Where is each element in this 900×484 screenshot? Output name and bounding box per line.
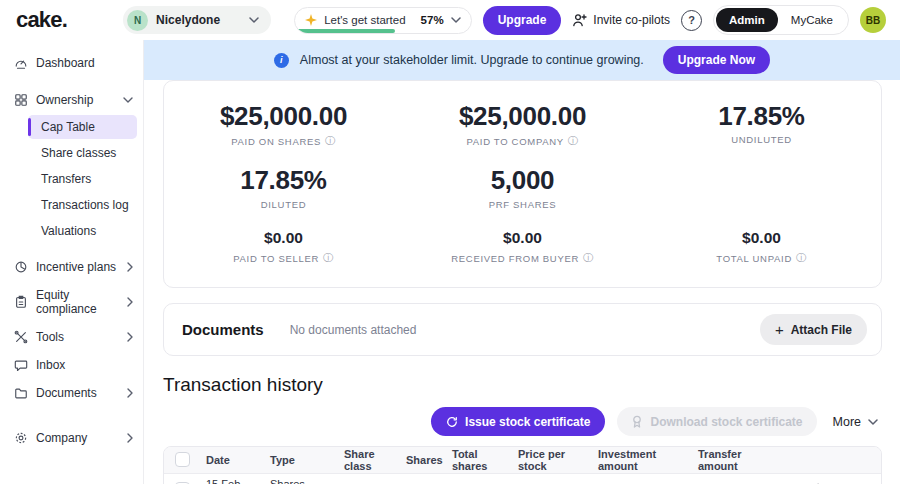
invite-copilots-button[interactable]: Invite co-pilots	[572, 13, 670, 27]
select-all-checkbox[interactable]	[175, 452, 190, 467]
sidebar-item-tools[interactable]: Tools	[0, 324, 143, 350]
upgrade-button[interactable]: Upgrade	[483, 6, 562, 35]
col-header-type: Type	[262, 447, 336, 473]
info-icon[interactable]: ⓘ	[796, 251, 807, 265]
col-header-date: Date	[198, 447, 262, 473]
admin-mycake-toggle: Admin MyCake	[713, 5, 849, 35]
upgrade-now-button[interactable]: Upgrade Now	[663, 46, 770, 74]
folder-icon	[14, 386, 28, 400]
sidebar-item-valuations[interactable]: Valuations	[28, 219, 137, 243]
sidebar-item-cap-table[interactable]: Cap Table	[28, 115, 137, 139]
sidebar-item-label: Incentive plans	[36, 260, 119, 274]
col-header-share-class: Share class	[336, 447, 398, 473]
progress-percent: 57%	[421, 14, 444, 26]
clipboard-icon	[14, 295, 28, 309]
help-icon[interactable]: ?	[681, 10, 702, 31]
chevron-right-icon	[127, 297, 133, 307]
cell-shares: 5,000	[398, 473, 444, 484]
info-icon[interactable]: ⓘ	[323, 251, 334, 265]
stat-label: PRF SHARES	[489, 199, 557, 210]
sidebar-item-inbox[interactable]: Inbox	[0, 352, 143, 378]
cell-total-shares: 5,000	[444, 473, 510, 484]
issue-stock-certificate-button[interactable]: Issue stock certificate	[431, 407, 605, 436]
toggle-mycake[interactable]: MyCake	[778, 8, 846, 32]
pie-chart-icon	[14, 260, 28, 274]
sidebar-item-dashboard[interactable]: Dashboard	[0, 50, 143, 76]
onboarding-progress[interactable]: Let's get started 57%	[294, 7, 472, 34]
sparkle-icon	[305, 14, 317, 26]
stat-label: PAID TO COMPANY	[466, 136, 563, 147]
chevron-right-icon	[127, 433, 133, 443]
stat-value: 5,000	[403, 167, 642, 194]
cell-date: 15 Feb 2024	[198, 473, 262, 484]
stat-paid-to-company: $25,000.00 PAID TO COMPANYⓘ	[403, 94, 642, 158]
chevron-down-icon	[868, 419, 878, 425]
cake-logo: cake.	[16, 7, 67, 33]
cell-type: Shares issued	[262, 473, 336, 484]
toggle-admin[interactable]: Admin	[716, 8, 778, 32]
sidebar: Dashboard Ownership Cap Table Share clas…	[0, 40, 144, 484]
chevron-right-icon	[127, 332, 133, 342]
sidebar-item-transfers[interactable]: Transfers	[28, 167, 137, 191]
rotate-icon	[446, 416, 458, 428]
stat-value: $25,000.00	[403, 103, 642, 130]
sidebar-item-label: Tools	[36, 330, 119, 344]
stat-label: PAID ON SHARES	[231, 136, 321, 147]
issue-label: Issue stock certificate	[465, 415, 590, 429]
person-plus-icon	[572, 13, 587, 27]
top-bar: cake. N Nicelydone Let's get started 57%…	[0, 0, 900, 40]
invite-label: Invite co-pilots	[593, 13, 670, 27]
sidebar-item-incentive-plans[interactable]: Incentive plans	[0, 254, 143, 280]
ownership-icon	[14, 93, 28, 107]
documents-title: Documents	[182, 321, 264, 338]
company-avatar: N	[127, 10, 148, 31]
stat-total-unpaid: $0.00 TOTAL UNPAIDⓘ	[642, 220, 881, 276]
documents-empty-text: No documents attached	[290, 323, 417, 337]
download-stock-certificate-button[interactable]: Download stock certificate	[617, 407, 816, 436]
transaction-table: Date Type Share class Shares Total share…	[163, 446, 882, 484]
stat-value: $25,000.00	[164, 103, 403, 130]
cell-price-per-stock: $5.00	[510, 473, 590, 484]
sidebar-item-label: Inbox	[36, 358, 133, 372]
chevron-down-icon	[123, 97, 133, 103]
transaction-history-title: Transaction history	[163, 374, 882, 396]
sidebar-item-transactions-log[interactable]: Transactions log	[28, 193, 137, 217]
stat-label: RECEIVED FROM BUYER	[451, 253, 579, 264]
info-icon[interactable]: ⓘ	[583, 251, 594, 265]
user-avatar[interactable]: BB	[860, 7, 886, 33]
stakeholder-limit-banner: i Almost at your stakeholder limit. Upgr…	[144, 40, 900, 80]
sidebar-item-label: Equity compliance	[36, 288, 119, 316]
stat-label: PAID TO SELLER	[233, 253, 319, 264]
progress-bar-fill	[295, 29, 395, 33]
plus-icon: +	[775, 321, 784, 338]
cell-transfer-amount: -	[690, 473, 778, 484]
attach-file-button[interactable]: + Attach File	[760, 314, 867, 345]
gear-icon	[14, 431, 28, 445]
col-header-transfer-amount: Transfer amount	[690, 447, 778, 473]
stat-empty	[642, 158, 881, 219]
stat-prf-shares: 5,000 PRF SHARES	[403, 158, 642, 219]
stat-value: 17.85%	[164, 167, 403, 194]
sidebar-item-documents[interactable]: Documents	[0, 380, 143, 406]
info-icon[interactable]: ⓘ	[325, 134, 336, 148]
sidebar-item-ownership[interactable]: Ownership	[0, 87, 143, 113]
company-selector[interactable]: N Nicelydone	[123, 6, 271, 34]
stat-label: TOTAL UNPAID	[716, 253, 792, 264]
more-button[interactable]: More	[829, 415, 882, 429]
chevron-down-icon	[249, 17, 259, 23]
table-header-row: Date Type Share class Shares Total share…	[164, 447, 882, 473]
col-header-investment-amount: Investment amount	[590, 447, 690, 473]
info-icon[interactable]: ⓘ	[568, 134, 579, 148]
progress-label: Let's get started	[324, 14, 405, 26]
sidebar-item-share-classes[interactable]: Share classes	[28, 141, 137, 165]
sidebar-item-equity-compliance[interactable]: Equity compliance	[0, 282, 143, 322]
stat-undiluted: 17.85% UNDILUTED	[642, 94, 881, 158]
cell-investment-amount: $25,000.00	[590, 473, 690, 484]
stat-paid-to-seller: $0.00 PAID TO SELLERⓘ	[164, 220, 403, 276]
sidebar-item-company[interactable]: Company	[0, 425, 143, 451]
main-area: i Almost at your stakeholder limit. Upgr…	[144, 40, 900, 484]
table-row[interactable]: 15 Feb 2024 Shares issued PRF 5,000 5,00…	[164, 473, 882, 484]
shareholding-summary-card: $25,000.00 PAID ON SHARESⓘ $25,000.00 PA…	[163, 80, 882, 288]
stat-received-from-buyer: $0.00 RECEIVED FROM BUYERⓘ	[403, 220, 642, 276]
chevron-down-icon	[451, 17, 461, 23]
